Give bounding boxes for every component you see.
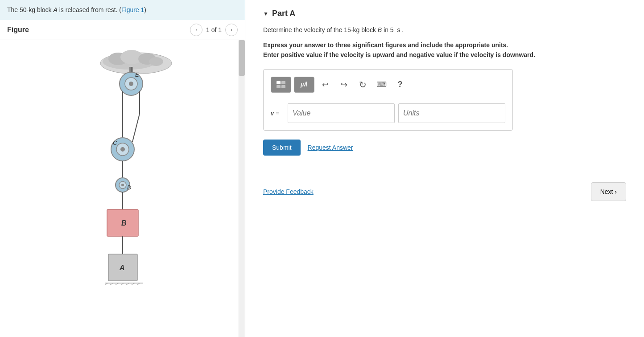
block-a-label: A — [54, 6, 58, 13]
help-button[interactable]: ? — [392, 77, 408, 93]
action-row: Submit Request Answer — [263, 140, 626, 156]
svg-point-5 — [149, 57, 163, 66]
reset-button[interactable]: ↻ — [355, 77, 371, 93]
svg-text:D: D — [127, 184, 131, 191]
svg-rect-42 — [281, 85, 285, 88]
figure-link[interactable]: Figure 1 — [121, 6, 144, 13]
part-title: Part A — [272, 9, 295, 18]
answer-box: μÅ ↩ ↪ ↻ ⌨ ? v = — [263, 69, 513, 131]
next-figure-button[interactable]: › — [225, 24, 238, 36]
figure-nav: ‹ 1 of 1 › — [190, 24, 238, 36]
svg-text:B: B — [121, 219, 127, 227]
problem-statement: The 50-kg block A is released from rest.… — [0, 0, 245, 20]
scroll-thumb[interactable] — [239, 40, 245, 76]
physics-diagram: E C — [60, 49, 203, 337]
symbol-button[interactable]: μÅ — [294, 77, 314, 93]
scroll-track[interactable] — [239, 40, 245, 337]
svg-point-9 — [129, 82, 133, 86]
value-input[interactable] — [288, 103, 395, 123]
svg-rect-39 — [277, 81, 281, 84]
svg-text:C: C — [113, 140, 117, 146]
svg-text:A: A — [119, 264, 125, 271]
part-collapse-icon[interactable]: ▼ — [263, 11, 268, 17]
bottom-row: Provide Feedback Next › — [263, 182, 626, 201]
pulley-figure: E C — [0, 40, 245, 337]
redo-button[interactable]: ↪ — [336, 77, 352, 93]
svg-point-23 — [121, 184, 124, 186]
svg-rect-40 — [281, 81, 285, 84]
undo-button[interactable]: ↩ — [317, 77, 333, 93]
matrix-button[interactable] — [271, 77, 291, 93]
figure-header: Figure ‹ 1 of 1 › — [0, 20, 245, 40]
svg-text:E: E — [135, 71, 139, 78]
submit-button[interactable]: Submit — [263, 140, 301, 156]
svg-rect-41 — [277, 85, 281, 88]
instructions-text: Express your answer to three significant… — [263, 40, 626, 60]
next-button[interactable]: Next › — [591, 182, 626, 201]
problem-text-middle: is released from rest. ( — [58, 6, 121, 13]
page-indicator: 1 of 1 — [206, 26, 222, 33]
figure-content: E C — [0, 40, 245, 337]
input-row: v = — [271, 103, 505, 123]
provide-feedback-button[interactable]: Provide Feedback — [263, 188, 314, 195]
left-panel: The 50-kg block A is released from rest.… — [0, 0, 245, 337]
right-panel: ▼ Part A Determine the velocity of the 1… — [245, 0, 644, 337]
problem-text-before: The 50-kg block — [7, 6, 54, 13]
keyboard-button[interactable]: ⌨ — [373, 77, 389, 93]
prev-figure-button[interactable]: ‹ — [190, 24, 202, 36]
request-answer-button[interactable]: Request Answer — [308, 144, 353, 151]
svg-line-19 — [132, 114, 140, 142]
problem-text-end: ) — [144, 6, 146, 13]
part-header: ▼ Part A — [263, 9, 626, 18]
answer-toolbar: μÅ ↩ ↪ ↻ ⌨ ? — [271, 77, 505, 97]
svg-point-15 — [120, 147, 125, 152]
figure-title: Figure — [7, 26, 29, 34]
question-text: Determine the velocity of the 15-kg bloc… — [263, 25, 626, 35]
units-input[interactable] — [398, 103, 505, 123]
v-label: v = — [271, 110, 284, 117]
